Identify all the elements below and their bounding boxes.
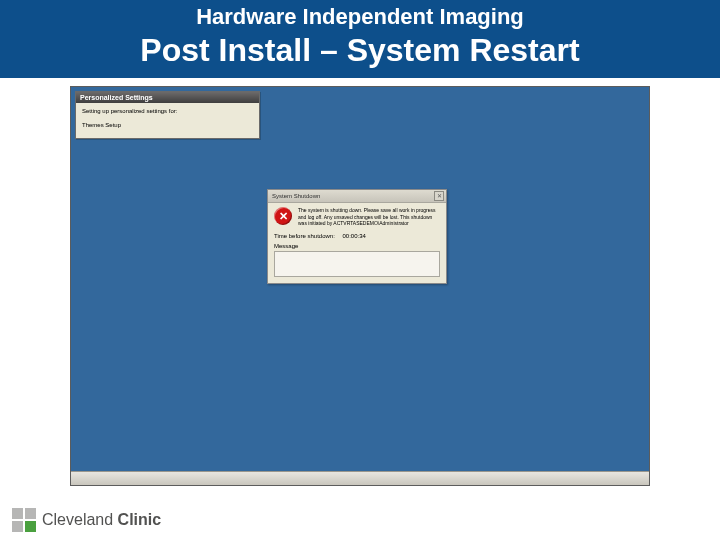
personalized-settings-line2: Themes Setup (82, 121, 253, 129)
logo-square (12, 508, 23, 519)
countdown-row: Time before shutdown: 00:00:34 (274, 233, 440, 239)
taskbar[interactable] (71, 471, 649, 485)
close-icon: ✕ (437, 193, 442, 199)
personalized-settings-line1: Setting up personalized settings for: (82, 107, 253, 115)
shutdown-titlebar: System Shutdown ✕ (268, 190, 446, 203)
footer-text: Cleveland Clinic (42, 511, 161, 529)
footer-brand-1: Cleveland (42, 511, 113, 528)
logo-square (12, 521, 23, 532)
message-label: Message (274, 243, 440, 249)
close-button[interactable]: ✕ (434, 191, 444, 201)
personalized-settings-titlebar: Personalized Settings (76, 92, 259, 103)
screenshot-frame: Personalized Settings Setting up persona… (70, 86, 650, 486)
shutdown-message: The system is shutting down. Please save… (298, 207, 440, 227)
personalized-settings-body: Setting up personalized settings for: Th… (76, 103, 259, 138)
footer-brand-2: Clinic (118, 511, 162, 528)
slide-subtitle: Post Install – System Restart (0, 32, 720, 69)
error-glyph: ✕ (279, 210, 288, 223)
logo-square (25, 508, 36, 519)
message-textbox[interactable] (274, 251, 440, 277)
countdown-label: Time before shutdown: (274, 233, 335, 239)
shutdown-title: System Shutdown (272, 193, 320, 199)
personalized-settings-window: Personalized Settings Setting up persona… (75, 91, 260, 139)
footer-brand: Cleveland Clinic (12, 508, 161, 532)
system-shutdown-dialog: System Shutdown ✕ ✕ The system is shutti… (267, 189, 447, 284)
desktop-background: Personalized Settings Setting up persona… (71, 87, 649, 485)
shutdown-body: ✕ The system is shutting down. Please sa… (268, 203, 446, 283)
countdown-value: 00:00:34 (342, 233, 365, 239)
slide-title: Hardware Independent Imaging (0, 4, 720, 30)
shutdown-top-row: ✕ The system is shutting down. Please sa… (274, 207, 440, 227)
logo-square-accent (25, 521, 36, 532)
cleveland-clinic-logo-icon (12, 508, 36, 532)
slide-header: Hardware Independent Imaging Post Instal… (0, 0, 720, 78)
error-icon: ✕ (274, 207, 292, 225)
